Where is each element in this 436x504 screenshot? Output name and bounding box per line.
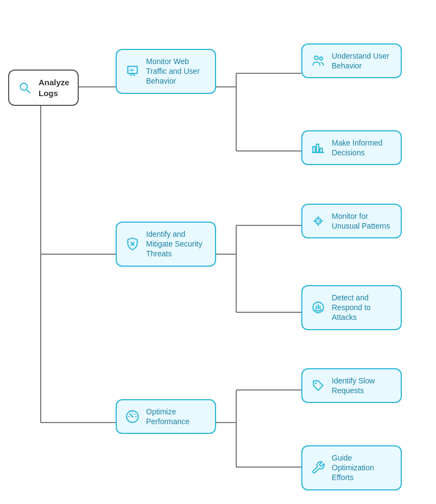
svg-point-28	[315, 56, 319, 60]
svg-line-21	[27, 90, 30, 93]
leaf-node-4: Detect and Respond to Attacks	[301, 285, 402, 330]
bug-icon	[310, 213, 326, 229]
svg-point-41	[315, 382, 317, 384]
svg-rect-31	[317, 144, 319, 153]
tools-icon	[310, 459, 326, 476]
svg-point-20	[20, 83, 27, 90]
leaf-node-2: Make Informed Decisions	[301, 130, 402, 165]
users-icon	[310, 53, 326, 69]
svg-point-29	[320, 57, 323, 60]
mid-node-2: Identify and Mitigate Security Threats	[116, 222, 216, 267]
hand-stop-icon	[310, 299, 326, 316]
root-node: Analyze Logs	[8, 70, 79, 106]
svg-point-34	[315, 218, 321, 224]
leaf-node-1: Understand User Behavior	[301, 43, 402, 78]
svg-rect-30	[313, 147, 315, 153]
diagram: Analyze Logs Monitor Web Traffic and Use…	[0, 0, 436, 504]
mid-node-3: Optimize Performance	[116, 399, 216, 434]
mid-node-1: Monitor Web Traffic and User Behavior	[116, 49, 216, 94]
chat-bar-chart-icon	[124, 63, 141, 79]
leaf-node-5: Identify Slow Requests	[301, 368, 402, 403]
search-icon	[17, 80, 33, 96]
svg-point-35	[317, 219, 319, 222]
speedometer-icon	[124, 408, 141, 425]
leaf-node-3: Monitor for Unusual Patterns	[301, 204, 402, 238]
bar-chart-icon	[310, 140, 326, 156]
svg-rect-32	[320, 148, 322, 153]
tag-icon	[310, 377, 326, 394]
svg-point-27	[131, 416, 133, 418]
leaf-node-6: Guide Optimization Efforts	[301, 445, 402, 490]
shield-x-icon	[124, 236, 141, 252]
